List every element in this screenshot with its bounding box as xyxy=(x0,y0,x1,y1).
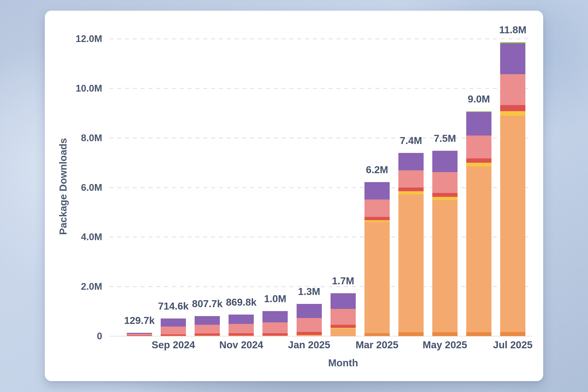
dark-orange-segment xyxy=(500,332,525,336)
pink-segment xyxy=(297,318,322,332)
purple-segment xyxy=(331,293,356,309)
purple-segment xyxy=(432,151,458,172)
pink-segment xyxy=(500,74,525,105)
yellow-segment xyxy=(500,111,525,116)
yellow-segment xyxy=(364,220,390,222)
yellow-segment xyxy=(229,336,254,336)
x-tick-label: Nov 2024 xyxy=(204,340,278,350)
pink-segment xyxy=(331,309,356,325)
red-segment xyxy=(297,332,322,335)
yellow-segment xyxy=(432,197,458,200)
red-segment xyxy=(161,334,186,336)
pink-segment xyxy=(364,200,390,217)
dark-orange-segment xyxy=(364,333,390,336)
yellow-segment xyxy=(262,336,288,336)
dark-orange-segment xyxy=(398,332,424,336)
yellow-segment xyxy=(466,163,492,166)
yellow-segment xyxy=(195,336,220,336)
purple-segment xyxy=(297,304,322,318)
red-segment xyxy=(331,325,356,328)
plot-area: 02.0M4.0M6.0M8.0M10.0M12.0M129.7k714.6k8… xyxy=(0,0,588,392)
orange-segment xyxy=(398,194,424,332)
y-tick-label: 2.0M xyxy=(30,282,102,292)
yellow-segment xyxy=(297,335,322,336)
green-segment xyxy=(500,42,525,43)
x-tick-label: Mar 2025 xyxy=(340,340,414,350)
dark-orange-segment xyxy=(432,332,458,336)
purple-segment xyxy=(364,182,390,200)
y-axis-title: Package Downloads xyxy=(57,138,69,235)
purple-segment xyxy=(127,333,152,334)
gridline xyxy=(109,38,532,39)
red-segment xyxy=(466,158,492,163)
orange-segment xyxy=(500,116,525,332)
orange-segment xyxy=(466,166,492,332)
red-segment xyxy=(229,333,254,336)
x-axis-title: Month xyxy=(328,357,358,369)
purple-segment xyxy=(195,316,220,325)
x-tick-label: Sep 2024 xyxy=(136,340,210,350)
orange-segment xyxy=(331,329,356,336)
bar-total-label: 11.8M xyxy=(478,25,548,35)
orange-segment xyxy=(297,336,322,336)
red-segment xyxy=(262,333,288,336)
gridline xyxy=(109,88,532,89)
y-tick-label: 0 xyxy=(30,331,102,341)
orange-segment xyxy=(432,200,458,332)
yellow-segment xyxy=(331,328,356,329)
dark-orange-segment xyxy=(466,332,492,336)
pink-segment xyxy=(432,172,458,193)
yellow-segment xyxy=(398,191,424,194)
purple-segment xyxy=(229,314,254,324)
pink-segment xyxy=(398,170,424,188)
purple-segment xyxy=(398,153,424,170)
pink-segment xyxy=(262,322,288,333)
x-tick-label: Jan 2025 xyxy=(272,340,346,350)
red-segment xyxy=(500,105,525,111)
red-segment xyxy=(398,188,424,191)
page-background: 02.0M4.0M6.0M8.0M10.0M12.0M129.7k714.6k8… xyxy=(0,0,588,392)
red-segment xyxy=(364,217,390,220)
purple-segment xyxy=(262,311,288,322)
x-tick-label: May 2025 xyxy=(408,340,482,350)
pink-segment xyxy=(229,324,254,333)
y-tick-label: 12.0M xyxy=(30,34,102,44)
red-segment xyxy=(432,193,458,197)
red-segment xyxy=(195,334,220,336)
purple-segment xyxy=(161,318,186,326)
green-segment xyxy=(466,112,492,112)
purple-segment xyxy=(466,112,492,136)
red-segment xyxy=(127,335,152,336)
purple-segment xyxy=(500,43,525,74)
pink-segment xyxy=(127,334,152,335)
y-tick-label: 10.0M xyxy=(30,83,102,93)
pink-segment xyxy=(161,326,186,334)
pink-segment xyxy=(195,325,220,334)
x-tick-label: Jul 2025 xyxy=(476,340,550,350)
orange-segment xyxy=(364,222,390,333)
pink-segment xyxy=(466,136,492,158)
